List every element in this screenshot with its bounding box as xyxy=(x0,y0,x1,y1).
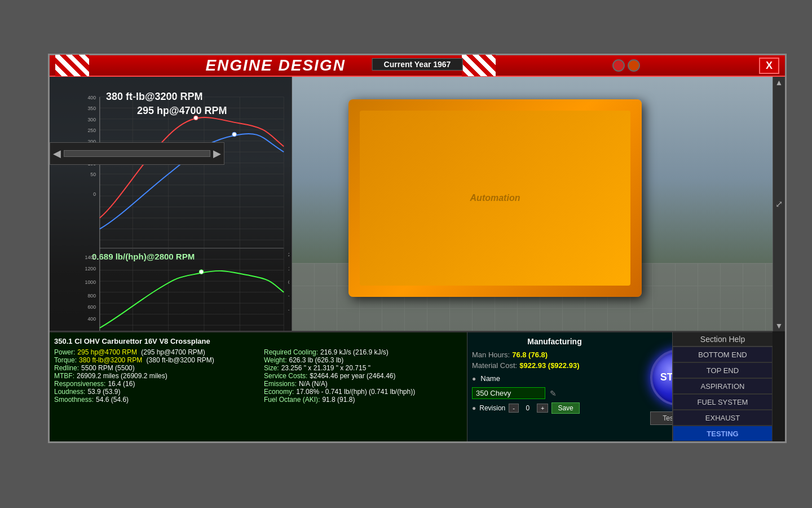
torque-row: Torque: 380 ft-lb@3200 RPM (380 ft-lb@32… xyxy=(54,356,253,364)
stats-left-col: Power: 295 hp@4700 RPM (295 hp@4700 RPM)… xyxy=(54,348,253,404)
name-row: ● Name xyxy=(472,374,637,383)
loudness-row: Loudness: 53.9 (53.9) xyxy=(54,388,253,396)
filmstrip: ◀ ▶ xyxy=(50,142,224,165)
engine-scene: Automation xyxy=(292,77,773,331)
svg-text:250: 250 xyxy=(87,128,96,133)
scroll-up-arrow[interactable]: ▲ xyxy=(775,78,783,87)
revision-increment-button[interactable]: + xyxy=(537,404,548,413)
section-btn-exhaust[interactable]: EXHAUST xyxy=(673,410,773,426)
weight-row: Weight: 626.3 lb (626.3 lb) xyxy=(264,356,462,364)
section-btn-top-end[interactable]: TOP END xyxy=(673,362,773,378)
revision-value: 0 xyxy=(522,404,533,412)
revision-label: Revision xyxy=(479,404,505,412)
loudness-value: 53.9 (53.9) xyxy=(87,388,120,396)
size-label: Size: xyxy=(264,364,279,372)
redline-label: Redline: xyxy=(54,364,79,372)
svg-text:2.2: 2.2 xyxy=(288,252,289,257)
svg-point-53 xyxy=(232,132,237,137)
svg-text:-1.0: -1.0 xyxy=(288,307,289,313)
economy-row: Economy: 17.08% - 0.741 lb/(hph) (0.741 … xyxy=(264,388,462,396)
section-btn-bottom-end[interactable]: BOTTOM END xyxy=(673,347,773,362)
torque-extra: (380 ft-lb@3200 RPM) xyxy=(144,356,214,364)
name-input-row: ✎ xyxy=(472,387,637,399)
rec-dot-red xyxy=(612,59,625,72)
window-title: ENGINE DESIGN xyxy=(205,56,345,75)
loudness-label: Loudness: xyxy=(54,388,85,396)
section-btn-aspiration[interactable]: ASPIRATION xyxy=(673,378,773,394)
man-hours-value: 76.8 (76.8) xyxy=(512,351,548,359)
name-edit-icon[interactable]: ✎ xyxy=(550,389,557,398)
mtbf-row: MTBF: 26909.2 miles (26909.2 miles) xyxy=(54,372,253,380)
svg-text:50: 50 xyxy=(90,172,96,177)
svg-point-54 xyxy=(199,270,204,274)
manufacturing-title: Manufacturing xyxy=(472,337,637,346)
economy-label: Economy: xyxy=(264,388,294,396)
man-hours-label: Man Hours: xyxy=(472,351,510,359)
material-cost-row: Material Cost: $922.93 ($922.93) xyxy=(472,361,637,370)
revision-row: ● Revision - 0 + Save xyxy=(472,402,637,414)
svg-text:800: 800 xyxy=(87,293,96,299)
close-button[interactable]: X xyxy=(759,58,779,74)
section-help-panel: Section Help BOTTOM END TOP END ASPIRATI… xyxy=(672,331,773,441)
octane-value: 91.8 (91.8) xyxy=(322,396,355,404)
stats-grid: Power: 295 hp@4700 RPM (295 hp@4700 RPM)… xyxy=(54,348,462,404)
power-row: Power: 295 hp@4700 RPM (295 hp@4700 RPM) xyxy=(54,348,253,356)
rec-indicators xyxy=(612,59,640,72)
filmstrip-bar xyxy=(64,150,210,157)
engine-type-label: 350.1 CI OHV Carburettor 16V V8 Crosspla… xyxy=(54,337,462,345)
section-btn-testing[interactable]: TESTING xyxy=(673,426,773,441)
service-value: $2464.46 per year (2464.46) xyxy=(310,372,395,380)
redline-row: Redline: 5500 RPM (5500) xyxy=(54,364,253,372)
save-button[interactable]: Save xyxy=(551,402,579,414)
manufacturing-panel: Manufacturing Man Hours: 76.8 (76.8) Mat… xyxy=(467,331,642,441)
name-bullet: ● xyxy=(472,375,476,383)
svg-text:1400: 1400 xyxy=(85,255,96,260)
revision-bullet: ● xyxy=(472,404,476,412)
material-cost-label: Material Cost: xyxy=(472,361,517,370)
smoothness-row: Smoothness: 54.6 (54.6) xyxy=(54,396,253,404)
torque-value: 380 ft-lb@3200 RPM xyxy=(79,356,142,364)
svg-point-52 xyxy=(193,116,198,120)
size-value: 23.256 " x 21.319 " x 20.715 " xyxy=(281,364,370,372)
emissions-value: N/A (N/A) xyxy=(299,380,328,388)
svg-text:600: 600 xyxy=(87,304,96,310)
svg-text:0.6: 0.6 xyxy=(288,279,289,285)
smoothness-label: Smoothness: xyxy=(54,396,94,404)
service-row: Service Costs: $2464.46 per year (2464.4… xyxy=(264,372,462,380)
weight-label: Weight: xyxy=(264,356,286,364)
svg-text:400: 400 xyxy=(87,316,96,322)
svg-text:400: 400 xyxy=(87,95,96,100)
rec-dot-orange xyxy=(628,59,640,72)
redline-value: 5500 RPM (5500) xyxy=(81,364,135,372)
svg-text:1.4: 1.4 xyxy=(288,266,289,271)
engine-block-inner: Automation xyxy=(360,111,630,286)
current-year-label: Current Year 1967 xyxy=(372,58,463,71)
octane-row: Fuel Octane (AKI): 91.8 (91.8) xyxy=(264,396,462,404)
engine-block: Automation xyxy=(348,99,642,297)
responsiveness-row: Responsiveness: 16.4 (16) xyxy=(54,380,253,388)
hazard-stripe-left xyxy=(55,55,89,76)
cooling-label: Required Cooling: xyxy=(264,348,318,356)
scroll-expand[interactable]: ⤢ xyxy=(775,199,783,209)
stats-right-col: Required Cooling: 216.9 kJ/s (216.9 kJ/s… xyxy=(264,348,462,404)
size-row: Size: 23.256 " x 21.319 " x 20.715 " xyxy=(264,364,462,372)
engine-logo: Automation xyxy=(470,193,520,203)
power-value: 295 hp@4700 RPM xyxy=(77,348,137,356)
revision-decrement-button[interactable]: - xyxy=(509,404,519,413)
economy-value: 17.08% - 0.741 lb/(hph) (0.741 lb/(hph)) xyxy=(296,388,415,396)
svg-text:0: 0 xyxy=(93,191,96,197)
main-window: ENGINE DESIGN X ▲ ⤢ ▼ Automation 380 ft xyxy=(48,54,787,443)
smoothness-value: 54.6 (54.6) xyxy=(96,396,129,404)
filmstrip-left-arrow[interactable]: ◀ xyxy=(53,147,61,160)
section-btn-fuel-system[interactable]: FUEL SYSTEM xyxy=(673,394,773,410)
svg-text:350: 350 xyxy=(87,106,96,111)
engine-name-input[interactable] xyxy=(472,387,545,399)
material-cost-value: $922.93 ($922.93) xyxy=(519,361,579,370)
cooling-value: 216.9 kJ/s (216.9 kJ/s) xyxy=(320,348,389,356)
man-hours-row: Man Hours: 76.8 (76.8) xyxy=(472,351,637,359)
svg-text:300: 300 xyxy=(87,117,96,122)
right-scrollbar: ▲ ⤢ ▼ xyxy=(773,77,785,331)
chart-area: 380 ft-lb@3200 RPM 295 hp@4700 RPM 0.689… xyxy=(50,77,292,348)
scroll-down-arrow[interactable]: ▼ xyxy=(775,321,783,330)
filmstrip-right-arrow[interactable]: ▶ xyxy=(213,147,221,160)
